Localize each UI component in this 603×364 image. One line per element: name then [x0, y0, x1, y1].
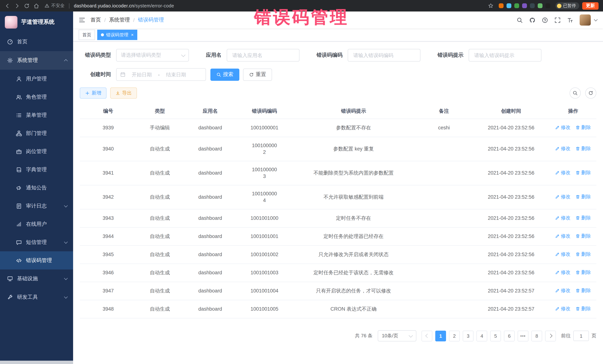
breadcrumb-item[interactable]: 首页: [91, 17, 101, 23]
sidebar-item-岗位管理[interactable]: 岗位管理: [0, 142, 73, 161]
search-button[interactable]: 搜索: [210, 68, 239, 81]
prev-page-button[interactable]: [422, 331, 432, 341]
bookmark-star-icon[interactable]: [488, 3, 493, 9]
page-button-4[interactable]: 4: [476, 331, 487, 341]
search-icon-button[interactable]: [570, 88, 581, 99]
edit-link[interactable]: 修改: [555, 194, 570, 200]
forward-icon[interactable]: [14, 3, 20, 9]
op-label: 删除: [581, 215, 591, 221]
avatar[interactable]: [580, 14, 591, 26]
sidebar-item-错误码管理[interactable]: 错误码管理: [0, 251, 73, 269]
tab-close-icon[interactable]: ×: [131, 33, 134, 37]
sidebar-item-字典管理[interactable]: 字典管理: [0, 161, 73, 179]
page-button-6[interactable]: 6: [504, 331, 515, 341]
question-icon[interactable]: [542, 17, 548, 23]
sidebar-item-短信管理[interactable]: 短信管理: [0, 233, 73, 251]
extension-6-icon[interactable]: [537, 3, 542, 8]
sidebar-item-首页[interactable]: 首页: [0, 33, 73, 51]
extension-1-icon[interactable]: [499, 3, 503, 8]
github-icon[interactable]: [529, 17, 535, 23]
edit-link[interactable]: 修改: [555, 269, 570, 276]
page-content: 错误码类型 请选择错误码类型 应用名 错误码编码: [73, 42, 603, 364]
paused-badge[interactable]: 已暂停: [555, 2, 579, 9]
sidebar-item-部门管理[interactable]: 部门管理: [0, 124, 73, 142]
view-tab-首页[interactable]: 首页: [79, 30, 95, 40]
chevron-down-icon: [409, 333, 413, 338]
breadcrumb-item[interactable]: 系统管理: [109, 17, 130, 23]
delete-link[interactable]: 删除: [576, 215, 591, 221]
next-page-button[interactable]: [545, 331, 556, 341]
goto-input[interactable]: [573, 331, 589, 341]
start-date-input[interactable]: [128, 71, 155, 78]
delete-link[interactable]: 删除: [576, 169, 591, 176]
delete-link[interactable]: 删除: [576, 269, 591, 276]
security-indicator[interactable]: 不安全: [45, 3, 65, 9]
extension-2-icon[interactable]: [506, 3, 511, 8]
delete-link[interactable]: 删除: [576, 124, 591, 131]
extension-5-icon[interactable]: [530, 3, 534, 8]
op-label: 修改: [561, 124, 570, 131]
refresh-icon-button[interactable]: [585, 88, 596, 99]
page-button-3[interactable]: 3: [463, 331, 474, 341]
sidebar-item-审计日志[interactable]: 审计日志: [0, 197, 73, 215]
extension-4-icon[interactable]: [522, 3, 527, 8]
edit-link[interactable]: 修改: [555, 145, 570, 152]
page-button-5[interactable]: 5: [490, 331, 501, 341]
back-icon[interactable]: [4, 3, 10, 9]
delete-link[interactable]: 删除: [576, 251, 591, 258]
update-button[interactable]: 更新: [582, 2, 599, 10]
delete-link[interactable]: 删除: [576, 305, 591, 312]
sidebar-item-在线用户[interactable]: 在线用户: [0, 215, 73, 233]
page-button-2[interactable]: 2: [449, 331, 460, 341]
view-tab-错误码管理[interactable]: 错误码管理×: [97, 30, 137, 40]
delete-icon: [576, 307, 580, 311]
page-button-1[interactable]: 1: [435, 331, 446, 341]
extension-3-icon[interactable]: [514, 3, 519, 8]
col-app: 应用名: [183, 104, 237, 119]
error-msg-input[interactable]: [474, 52, 537, 58]
error-code-input[interactable]: [352, 52, 416, 58]
chevron-down-icon: [64, 295, 68, 298]
fontsize-icon[interactable]: [567, 17, 573, 23]
hamburger-icon[interactable]: [79, 17, 85, 23]
extension-7-icon[interactable]: [545, 3, 550, 8]
chevron-down-icon[interactable]: [594, 18, 598, 21]
edit-link[interactable]: 修改: [555, 251, 570, 258]
end-date-input[interactable]: [162, 71, 190, 78]
sidebar-item-研发工具[interactable]: 研发工具: [0, 288, 73, 307]
app-name-label: 应用名: [206, 52, 221, 59]
delete-link[interactable]: 删除: [576, 194, 591, 200]
sidebar-item-菜单管理[interactable]: 菜单管理: [0, 106, 73, 124]
delete-link[interactable]: 删除: [576, 287, 591, 294]
address-bar[interactable]: dashboard.yudao.iocoder.cn/system/error-…: [74, 3, 174, 8]
edit-link[interactable]: 修改: [555, 169, 570, 176]
fullscreen-icon[interactable]: [554, 17, 561, 23]
reset-button[interactable]: 重置: [243, 68, 272, 81]
date-range-picker[interactable]: -: [116, 68, 206, 81]
edit-link[interactable]: 修改: [555, 124, 570, 131]
logo[interactable]: 芋道管理系统: [0, 11, 73, 33]
delete-link[interactable]: 删除: [576, 233, 591, 240]
sidebar-item-角色管理[interactable]: 角色管理: [0, 88, 73, 106]
edit-link[interactable]: 修改: [555, 305, 570, 312]
edit-link[interactable]: 修改: [555, 287, 570, 294]
sidebar-item-用户管理[interactable]: 用户管理: [0, 70, 73, 88]
edit-link[interactable]: 修改: [555, 233, 570, 240]
cell-type: 自动生成: [137, 161, 183, 185]
page-size-select[interactable]: 10条/页: [378, 330, 416, 342]
delete-link[interactable]: 删除: [576, 145, 591, 152]
add-button[interactable]: 新增: [80, 88, 106, 99]
sidebar-item-基础设施[interactable]: 基础设施: [0, 269, 73, 288]
app-name-input[interactable]: [232, 52, 295, 58]
edit-link[interactable]: 修改: [555, 215, 570, 221]
error-type-select[interactable]: 请选择错误码类型: [116, 49, 189, 62]
export-button[interactable]: 导出: [110, 88, 137, 99]
pager-more-button[interactable]: •••: [518, 331, 528, 341]
search-icon[interactable]: [517, 17, 523, 23]
cell-actions: 修改删除: [550, 227, 596, 246]
sidebar-item-系统管理[interactable]: 系统管理: [0, 51, 73, 70]
sidebar-item-通知公告[interactable]: 通知公告: [0, 179, 73, 197]
reload-icon[interactable]: [24, 3, 30, 9]
home-icon[interactable]: [33, 3, 39, 9]
page-button-8[interactable]: 8: [531, 331, 542, 341]
